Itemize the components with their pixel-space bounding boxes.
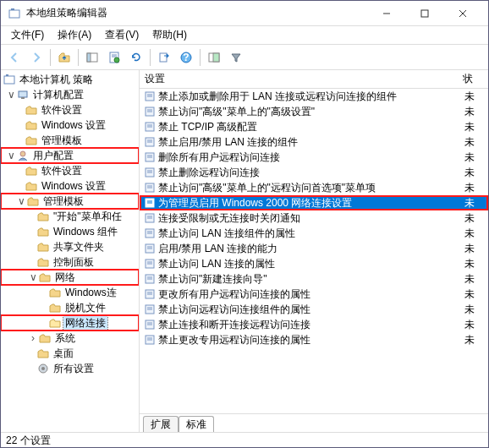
help-button[interactable]: ? [176,47,196,68]
list-row-text: 禁止 TCP/IP 高级配置 [158,120,464,134]
col-setting[interactable]: 设置 [145,72,463,86]
tab-extended[interactable]: 扩展 [143,416,179,432]
list-row[interactable]: 禁止启用/禁用 LAN 连接的组件未 [140,134,488,150]
expand-icon[interactable]: › [28,332,38,344]
tree-item[interactable]: 脱机文件 [1,300,139,315]
folder-icon [25,134,38,146]
separator [50,49,51,66]
svg-rect-3 [421,10,428,17]
list-row[interactable]: 禁止更改专用远程访问连接的属性未 [140,332,488,347]
list-row[interactable]: 删除所有用户远程访问连接未 [140,150,488,165]
svg-rect-16 [213,53,219,62]
tree-item[interactable]: 控制面板 [1,254,139,270]
tree-item[interactable]: 软件设置 [1,102,139,117]
list-row-text: 更改所有用户远程访问连接的属性 [158,287,464,302]
list-row[interactable]: 禁止访问"高级"菜单上的"高级设置"未 [140,104,488,119]
tree-item[interactable]: Windows 组件 [1,224,139,239]
tree-item[interactable]: 管理模板 [1,133,139,148]
list-row-text: 禁止访问"高级"菜单上的"远程访问首选项"菜单项 [158,181,464,195]
list-row[interactable]: 禁止连接和断开连接远程访问连接未 [140,317,488,332]
tree-item[interactable]: 所有设置 [1,361,139,376]
menu-action[interactable]: 操作(A) [51,26,98,44]
up-button[interactable] [54,47,74,68]
tree-user-config[interactable]: ∨ 用户配置 [1,148,139,163]
tree-network-conn[interactable]: 网络连接 [1,315,139,331]
list-row[interactable]: 禁止删除远程访问连接未 [140,165,488,180]
list-row[interactable]: 禁止添加或删除用于 LAN 连接或远程访问连接的组件未 [140,89,488,104]
computer-icon [16,89,30,101]
collapse-icon[interactable]: ∨ [6,150,16,161]
list-row-state: 未 [464,227,485,241]
tree-network[interactable]: ∨ 网络 [1,270,139,285]
tree-pane[interactable]: 本地计算机 策略 ∨ 计算机配置 软件设置 Windows 设置 管理模板 ∨ … [1,70,140,432]
list-body[interactable]: 禁止添加或删除用于 LAN 连接或远程访问连接的组件未禁止访问"高级"菜单上的"… [140,89,488,413]
list-row[interactable]: 禁止 TCP/IP 高级配置未 [140,119,488,134]
list-row-text: 禁止访问远程访问连接组件的属性 [158,303,464,317]
list-row[interactable]: 启用/禁用 LAN 连接的能力未 [140,241,488,256]
list-row-state: 未 [464,181,485,195]
list-row-state: 未 [464,135,485,150]
list-row[interactable]: 禁止访问"高级"菜单上的"远程访问首选项"菜单项未 [140,180,488,195]
list-row[interactable]: 禁止访问"新建连接向导"未 [140,271,488,287]
list-row-state: 未 [464,150,485,165]
folder-open-icon [48,317,62,329]
list-row-text: 禁止删除远程访问连接 [158,166,464,180]
export-button[interactable] [154,47,174,68]
list-row-state: 未 [464,257,485,271]
policy-item-icon [143,227,157,239]
svg-rect-19 [19,91,27,97]
list-row[interactable]: 禁止访问 LAN 连接组件的属性未 [140,226,488,241]
list-row[interactable]: 更改所有用户远程访问连接的属性未 [140,287,488,302]
maximize-button[interactable] [405,1,443,25]
tree-item[interactable]: Windows连 [1,285,139,300]
titlebar: 本地组策略编辑器 [1,1,488,26]
list-row-text: 删除所有用户远程访问连接 [158,150,464,165]
properties-button[interactable] [104,47,124,68]
tree-item[interactable]: "开始"菜单和任 [1,209,139,224]
list-row[interactable]: 禁止访问远程访问连接组件的属性未 [140,302,488,317]
tab-standard[interactable]: 标准 [179,416,214,432]
svg-rect-18 [6,74,8,76]
policy-item-icon [143,136,157,148]
tree-item[interactable]: 软件设置 [1,163,139,178]
svg-point-11 [114,57,119,63]
tree-item[interactable]: Windows 设置 [1,117,139,133]
collapse-icon[interactable]: ∨ [16,195,26,207]
menu-help[interactable]: 帮助(H) [146,26,194,44]
list-row-state: 未 [464,90,485,104]
list-row[interactable]: 连接受限制或无连接时关闭通知未 [140,210,488,226]
show-hide-tree-button[interactable] [82,47,102,68]
menu-file[interactable]: 文件(F) [4,26,51,44]
policy-item-icon [143,197,157,209]
close-button[interactable] [443,1,481,25]
policy-item-icon [143,319,157,331]
filter-options-button[interactable] [204,47,224,68]
tree-item[interactable]: ›系统 [1,331,139,346]
back-button[interactable] [4,47,25,68]
collapse-icon[interactable]: ∨ [6,89,16,101]
tree-item[interactable]: Windows 设置 [1,178,139,194]
col-state[interactable]: 状 [463,72,483,86]
folder-icon [36,347,50,359]
folder-icon [25,180,38,192]
filter-button[interactable] [226,47,246,68]
menubar: 文件(F) 操作(A) 查看(V) 帮助(H) [1,26,488,45]
tree-root[interactable]: 本地计算机 策略 [1,72,139,87]
tree-computer-config[interactable]: ∨ 计算机配置 [1,87,139,102]
tree-item[interactable]: 桌面 [1,346,139,361]
status-count: 22 个设置 [6,434,51,448]
minimize-button[interactable] [367,1,405,25]
list-header[interactable]: 设置 状 [140,70,488,89]
policy-item-icon [143,151,157,163]
menu-view[interactable]: 查看(V) [98,26,146,44]
list-row[interactable]: 禁止访问 LAN 连接的属性未 [140,256,488,271]
policy-item-icon [143,182,157,194]
tree-admin-templates[interactable]: ∨ 管理模板 [1,194,139,209]
refresh-button[interactable] [126,47,146,68]
tree-item[interactable]: 共享文件夹 [1,239,139,254]
policy-icon [3,74,16,85]
collapse-icon[interactable]: ∨ [28,271,38,283]
forward-button[interactable] [26,47,47,68]
list-row[interactable]: 为管理员启用 Windows 2000 网络连接设置未 [140,195,488,210]
list-row-state: 未 [464,287,485,302]
